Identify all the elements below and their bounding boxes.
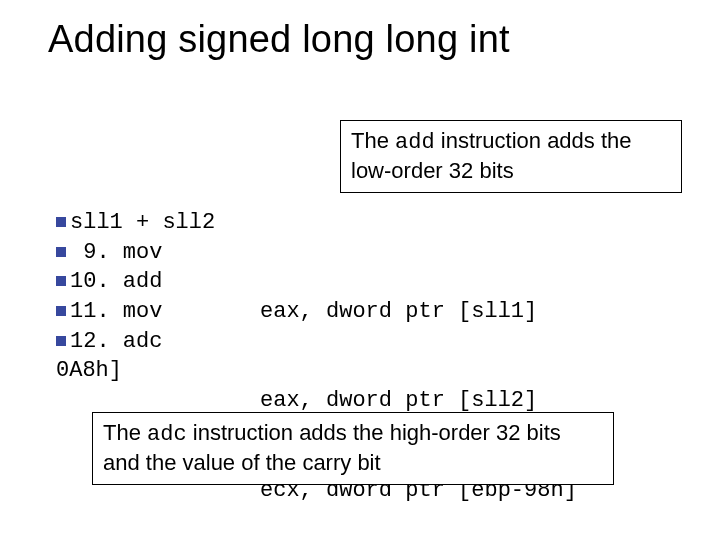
callout-top-mono: add bbox=[395, 130, 435, 155]
bullet-icon bbox=[56, 217, 66, 227]
bullet-icon bbox=[56, 336, 66, 346]
code-left: sll1 + sll2 9. mov 10. add 11. mov 12. a… bbox=[56, 208, 215, 386]
bullet-icon bbox=[56, 306, 66, 316]
code-text-0: sll1 + sll2 bbox=[70, 210, 215, 235]
bullet-icon bbox=[56, 276, 66, 286]
code-text-4: 12. adc bbox=[70, 329, 162, 354]
code-text-5: 0A8h] bbox=[56, 358, 122, 383]
callout-top: The add instruction adds the low-order 3… bbox=[340, 120, 682, 193]
page-title: Adding signed long long int bbox=[48, 18, 510, 61]
code-text-2: 10. add bbox=[70, 269, 162, 294]
code-line-0: sll1 + sll2 bbox=[56, 208, 215, 238]
code-text-3: 11. mov bbox=[70, 299, 162, 324]
callout-bottom: The adc instruction adds the high-order … bbox=[92, 412, 614, 485]
code-line-2: 10. add bbox=[56, 267, 215, 297]
code-line-5: 0A8h] bbox=[56, 356, 215, 386]
code-line-1: 9. mov bbox=[56, 238, 215, 268]
code-right: eax, dword ptr [sll1] eax, dword ptr [sl… bbox=[260, 238, 577, 540]
code-line-3: 11. mov bbox=[56, 297, 215, 327]
callout-top-pre: The bbox=[351, 128, 395, 153]
callout-bottom-mono: adc bbox=[147, 422, 187, 447]
asm-line-1: eax, dword ptr [sll1] bbox=[260, 297, 577, 327]
code-line-4: 12. adc bbox=[56, 327, 215, 357]
code-text-1: 9. mov bbox=[70, 240, 162, 265]
bullet-icon bbox=[56, 247, 66, 257]
callout-bottom-pre: The bbox=[103, 420, 147, 445]
slide: Adding signed long long int The add inst… bbox=[0, 0, 720, 540]
